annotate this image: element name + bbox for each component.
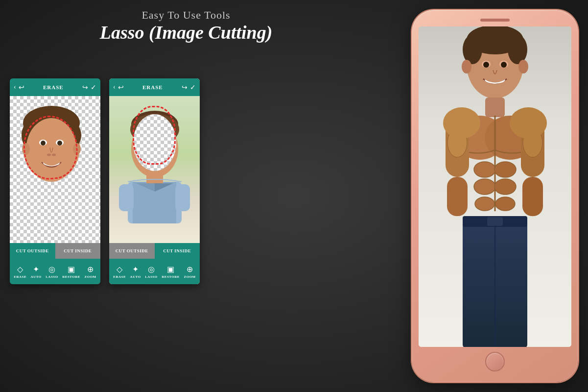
auto-icon-r: ✦ (132, 265, 139, 274)
subtitle: Easy To Use Tools (0, 9, 372, 22)
svg-rect-16 (175, 184, 190, 211)
right-phone-content (109, 96, 200, 243)
right-nav-left[interactable]: ‹ ↩ (113, 83, 124, 92)
right-tool-zoom[interactable]: ⊕ ZOOM (184, 265, 196, 279)
lasso-label: LASSO (46, 275, 58, 279)
left-phone-content (10, 96, 100, 243)
lasso-label-r: LASSO (145, 275, 157, 279)
svg-point-33 (483, 62, 489, 68)
left-cut-inside-btn[interactable]: CUT INSIDE (55, 243, 101, 259)
svg-rect-15 (119, 184, 134, 211)
right-erase-label: ERASE (142, 84, 163, 90)
speaker (480, 19, 510, 22)
right-cut-outside-btn[interactable]: CUT OUTSIDE (109, 243, 155, 259)
redo-icon[interactable]: ↪ (82, 83, 88, 92)
svg-point-34 (501, 62, 507, 68)
svg-rect-51 (447, 177, 468, 216)
home-button[interactable] (485, 352, 505, 371)
right-tool-erase[interactable]: ◇ ERASE (113, 265, 126, 279)
back-icon[interactable]: ‹ (14, 83, 16, 91)
svg-point-46 (495, 197, 515, 211)
svg-point-35 (462, 60, 471, 74)
erase-icon: ◇ (17, 265, 23, 274)
restore-label: RESTORE (62, 275, 80, 279)
auto-label: AUTO (31, 275, 42, 279)
svg-point-7 (41, 141, 46, 146)
auto-icon: ✦ (33, 265, 39, 274)
erase-label-r: ERASE (113, 275, 126, 279)
right-tool-restore[interactable]: ▣ RESTORE (162, 265, 180, 279)
svg-point-10 (52, 154, 56, 156)
left-tool-auto[interactable]: ✦ AUTO (31, 265, 42, 279)
back-icon-r[interactable]: ‹ (113, 83, 116, 91)
right-phone-topbar: ‹ ↩ ERASE ↪ ✓ (109, 78, 200, 96)
svg-point-36 (518, 60, 528, 74)
right-person-svg (109, 96, 200, 223)
svg-point-45 (475, 197, 494, 211)
left-tool-erase[interactable]: ◇ ERASE (14, 265, 26, 279)
left-nav-right[interactable]: ↪ ✓ (82, 83, 96, 92)
svg-rect-52 (522, 177, 543, 216)
big-phone-content (419, 26, 571, 347)
zoom-label: ZOOM (85, 275, 96, 279)
left-face-svg (10, 96, 100, 223)
erase-label-tool: ERASE (14, 275, 26, 279)
svg-rect-25 (133, 114, 176, 171)
svg-point-8 (57, 141, 62, 146)
restore-icon-r: ▣ (167, 265, 174, 274)
undo-icon[interactable]: ↩ (19, 83, 24, 92)
svg-point-44 (494, 179, 516, 195)
lasso-icon-r: ◎ (148, 265, 155, 274)
svg-point-41 (474, 162, 495, 177)
left-cut-outside-btn[interactable]: CUT OUTSIDE (10, 243, 55, 259)
redo-icon-r[interactable]: ↪ (182, 83, 188, 92)
svg-point-53 (443, 107, 480, 139)
svg-point-42 (494, 162, 516, 177)
right-phone: ‹ ↩ ERASE ↪ ✓ (109, 78, 200, 284)
check-icon-r[interactable]: ✓ (190, 83, 196, 92)
svg-point-30 (508, 35, 527, 64)
right-toolbar: ◇ ERASE ✦ AUTO ◎ LASSO ▣ RESTORE ⊕ ZOOM (109, 259, 200, 284)
lasso-icon: ◎ (48, 265, 55, 274)
left-tool-zoom[interactable]: ⊕ ZOOM (85, 265, 96, 279)
svg-point-54 (510, 107, 547, 139)
left-nav-left[interactable]: ‹ ↩ (14, 83, 24, 92)
erase-icon-r: ◇ (117, 265, 122, 274)
muscular-man-svg (419, 26, 571, 347)
left-cut-buttons: CUT OUTSIDE CUT INSIDE (10, 243, 100, 259)
auto-label-r: AUTO (130, 275, 141, 279)
svg-point-11 (22, 143, 30, 155)
left-tool-restore[interactable]: ▣ RESTORE (62, 265, 80, 279)
zoom-label-r: ZOOM (184, 275, 196, 279)
svg-point-12 (73, 143, 81, 155)
right-cut-buttons: CUT OUTSIDE CUT INSIDE (109, 243, 200, 259)
zoom-icon-r: ⊕ (187, 265, 193, 274)
right-nav-right[interactable]: ↪ ✓ (182, 83, 196, 92)
svg-point-43 (474, 179, 495, 195)
left-tool-lasso[interactable]: ◎ LASSO (46, 265, 58, 279)
big-phone (412, 10, 578, 382)
undo-icon-r[interactable]: ↩ (118, 83, 124, 92)
left-toolbar: ◇ ERASE ✦ AUTO ◎ LASSO ▣ RESTORE ⊕ ZOOM (10, 259, 100, 284)
left-erase-label: ERASE (43, 84, 64, 90)
phones-area: ‹ ↩ ERASE ↪ ✓ (10, 78, 200, 284)
zoom-icon: ⊕ (87, 265, 94, 274)
left-phone-topbar: ‹ ↩ ERASE ↪ ✓ (10, 78, 100, 96)
check-icon[interactable]: ✓ (91, 83, 96, 92)
svg-point-9 (47, 154, 51, 156)
big-phone-screen (419, 26, 571, 347)
right-tool-auto[interactable]: ✦ AUTO (130, 265, 141, 279)
svg-point-29 (463, 35, 482, 64)
right-cut-inside-btn[interactable]: CUT INSIDE (155, 243, 200, 259)
left-phone: ‹ ↩ ERASE ↪ ✓ (10, 78, 100, 284)
svg-point-4 (26, 118, 77, 182)
svg-rect-57 (487, 217, 503, 226)
big-phone-body (412, 10, 578, 382)
right-tool-lasso[interactable]: ◎ LASSO (145, 265, 157, 279)
restore-icon: ▣ (68, 265, 75, 274)
main-title: Lasso (Image Cutting) (0, 22, 372, 43)
restore-label-r: RESTORE (162, 275, 180, 279)
svg-rect-37 (485, 98, 505, 117)
title-area: Easy To Use Tools Lasso (Image Cutting) (0, 9, 372, 43)
